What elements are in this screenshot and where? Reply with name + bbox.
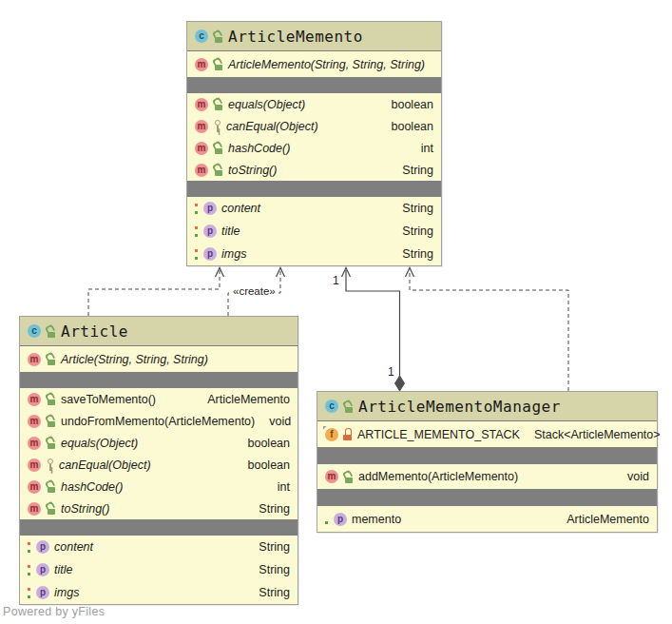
member-type: ArticleMemento: [198, 393, 290, 406]
member-type: String: [393, 202, 433, 215]
field-icon: f: [325, 428, 338, 441]
lock-open-icon: [46, 502, 56, 515]
edge-article-to-memento-dependency[interactable]: [88, 268, 224, 317]
section-separator: [20, 372, 298, 388]
method-icon: m: [325, 470, 338, 483]
method-row[interactable]: m addMemento(ArticleMemento) void: [317, 464, 657, 489]
method-icon: m: [195, 142, 208, 155]
member-type: ArticleMemento: [557, 513, 649, 526]
lock-open-icon: [46, 480, 56, 493]
member-name: undoFromMemento(ArticleMemento): [61, 415, 255, 428]
member-type: void: [618, 470, 649, 483]
class-header[interactable]: c Article: [20, 317, 298, 346]
member-name: hashCode(): [61, 480, 123, 494]
member-type: int: [268, 480, 290, 494]
member-name: ArticleMemento(String, String, String): [228, 58, 425, 71]
member-type: int: [412, 142, 433, 155]
class-name: Article: [61, 322, 128, 341]
class-node-articlememento[interactable]: c ArticleMemento m ArticleMemento(String…: [186, 21, 442, 266]
static-field-row[interactable]: f ARTICLE_MEMENTO_STACK Stack<ArticleMem…: [317, 421, 657, 447]
lock-open-icon: [343, 400, 354, 413]
edge-manager-to-memento-dependency[interactable]: [406, 268, 569, 392]
property-icon: p: [203, 224, 217, 238]
class-name: ArticleMemento: [228, 28, 363, 46]
member-type: boolean: [382, 98, 434, 111]
class-icon: c: [28, 324, 41, 338]
member-type: String: [393, 164, 433, 177]
member-name: equals(Object): [228, 98, 305, 111]
method-row[interactable]: m undoFromMemento(ArticleMemento) void: [20, 410, 298, 432]
member-type: String: [249, 502, 290, 516]
lock-open-icon: [343, 471, 354, 483]
composition-diamond-icon: [395, 376, 405, 391]
class-node-articlemementomanager[interactable]: c ArticleMementoManager f ARTICLE_MEMENT…: [317, 391, 658, 533]
section-separator: [187, 181, 441, 197]
member-type: String: [249, 540, 290, 554]
field-row[interactable]: p imgs String: [187, 243, 441, 265]
member-name: saveToMemento(): [61, 393, 156, 406]
lock-closed-icon: [343, 428, 353, 440]
member-type: String: [249, 563, 290, 576]
constructor-row[interactable]: m ArticleMemento(String, String, String): [187, 51, 441, 77]
property-icon: p: [36, 586, 49, 599]
lock-open-icon: [46, 353, 56, 365]
method-icon: m: [28, 353, 41, 366]
class-icon: c: [195, 29, 208, 43]
lock-open-icon: [213, 30, 223, 43]
field-row[interactable]: p title String: [20, 558, 298, 581]
method-row[interactable]: m equals(Object) boolean: [20, 432, 298, 454]
member-name: imgs: [221, 247, 246, 261]
section-separator: [187, 77, 441, 93]
class-header[interactable]: c ArticleMemento: [187, 22, 441, 51]
member-type: Stack<ArticleMemento>: [525, 428, 661, 441]
visibility-dots-icon: [28, 541, 31, 554]
class-icon: c: [325, 400, 338, 413]
method-row[interactable]: m equals(Object) boolean: [187, 93, 441, 115]
visibility-dots-icon: [195, 203, 199, 215]
method-row[interactable]: m saveToMemento() ArticleMemento: [20, 388, 298, 410]
constructor-row[interactable]: m Article(String, String, String): [20, 346, 298, 372]
class-node-article[interactable]: c Article m Article(String, String, Stri…: [19, 316, 298, 605]
lock-open-icon: [46, 325, 56, 338]
member-type: String: [393, 224, 433, 238]
method-row[interactable]: m hashCode() int: [187, 137, 441, 159]
method-row[interactable]: m canEqual(Object) boolean: [20, 454, 298, 476]
member-name: equals(Object): [61, 437, 138, 450]
method-icon: m: [28, 393, 41, 406]
section-separator: [317, 489, 657, 506]
property-icon: p: [203, 202, 217, 215]
member-name: addMemento(ArticleMemento): [358, 470, 518, 483]
member-name: content: [221, 202, 260, 215]
field-row[interactable]: p imgs String: [20, 581, 298, 604]
method-row[interactable]: m hashCode() int: [20, 476, 298, 497]
visibility-dots-icon: [195, 248, 199, 261]
member-type: String: [249, 586, 290, 599]
member-name: title: [54, 563, 72, 576]
method-icon: m: [195, 98, 208, 111]
method-icon: m: [195, 58, 208, 71]
method-row[interactable]: m toString() String: [187, 159, 441, 181]
lock-open-icon: [46, 437, 56, 449]
visibility-dots-icon: [28, 564, 31, 576]
edge-manager-composition[interactable]: [342, 268, 405, 392]
property-icon: p: [334, 513, 347, 526]
method-icon: m: [28, 480, 41, 494]
field-row[interactable]: p memento ArticleMemento: [317, 506, 657, 532]
key-icon: [46, 458, 54, 471]
field-row[interactable]: p title String: [187, 220, 441, 243]
section-separator: [20, 519, 298, 536]
lock-open-icon: [213, 164, 223, 176]
member-name: Article(String, String, String): [61, 353, 208, 366]
method-row[interactable]: m toString() String: [20, 497, 298, 519]
multiplicity-label: 1: [333, 275, 339, 286]
field-row[interactable]: p content String: [187, 197, 441, 220]
multiplicity-label: 1: [388, 366, 394, 378]
field-row[interactable]: p content String: [20, 536, 298, 558]
property-icon: p: [36, 563, 49, 576]
class-header[interactable]: c ArticleMementoManager: [317, 392, 657, 421]
method-row[interactable]: m canEqual(Object) boolean: [187, 115, 441, 137]
method-icon: m: [28, 415, 41, 428]
lock-open-icon: [213, 98, 223, 110]
member-name: hashCode(): [228, 142, 290, 155]
create-stereotype-label: «create»: [231, 286, 278, 298]
